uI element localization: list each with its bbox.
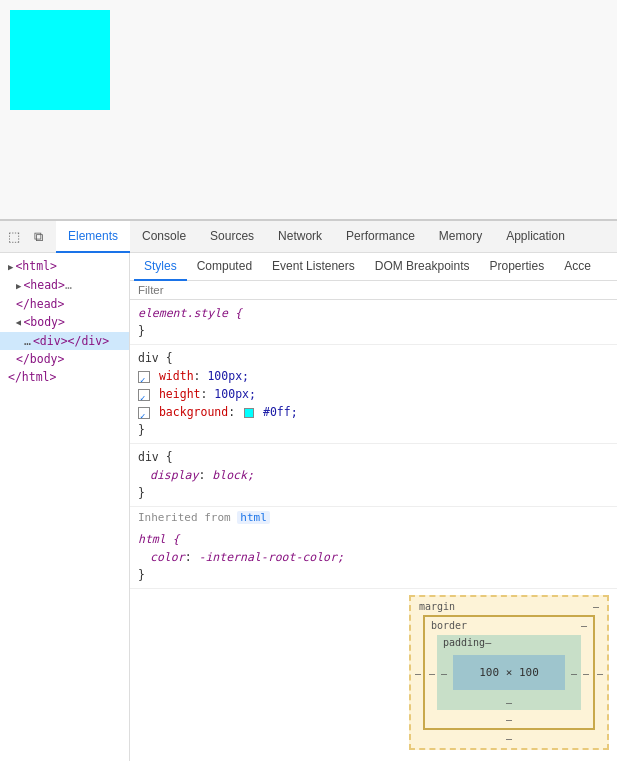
margin-dash-left: – (415, 667, 421, 678)
padding-dash-left: – (441, 667, 447, 678)
box-model: margin – – – – border – – – – (409, 595, 609, 750)
preview-cyan-box (10, 10, 110, 110)
subtab-computed[interactable]: Computed (187, 253, 262, 281)
html-rule-block: html { color: -internal-root-color; } (130, 526, 617, 589)
inspect-icon[interactable]: ⧉ (28, 227, 48, 247)
div-display-selector: div { (138, 448, 609, 466)
subtab-acce[interactable]: Acce (554, 253, 601, 281)
div-prop-width[interactable]: width: 100px; (138, 367, 609, 385)
tab-memory[interactable]: Memory (427, 221, 494, 253)
div-display-close: } (138, 484, 609, 502)
dom-body-close[interactable]: </body> (0, 350, 129, 368)
padding-dash-right: – (571, 667, 577, 678)
element-style-close: } (138, 322, 609, 340)
tab-performance[interactable]: Performance (334, 221, 427, 253)
border-label: border (431, 620, 467, 631)
tab-network[interactable]: Network (266, 221, 334, 253)
subtab-event-listeners[interactable]: Event Listeners (262, 253, 365, 281)
inherited-label: Inherited from html (130, 507, 617, 526)
triangle-html: ▶ (8, 259, 13, 275)
html-close: } (138, 566, 609, 584)
triangle-head: ▶ (16, 278, 21, 294)
dom-body[interactable]: ▼<body> (0, 313, 129, 332)
div-display-prop[interactable]: display: block; (138, 466, 609, 484)
content-area: ▶<html> ▶<head>… </head> ▼<body> …<div><… (0, 253, 617, 761)
tab-sources[interactable]: Sources (198, 221, 266, 253)
div-prop-height[interactable]: height: 100px; (138, 385, 609, 403)
element-style-block: element.style { } (130, 300, 617, 345)
inherited-tag: html (237, 511, 270, 524)
tab-elements[interactable]: Elements (56, 221, 130, 253)
main-tabs-row: ⬚ ⧉ Elements Console Sources Network Per… (0, 221, 617, 253)
sub-tabs-row: Styles Computed Event Listeners DOM Brea… (130, 253, 617, 281)
preview-area (0, 0, 617, 220)
margin-label: margin (419, 601, 455, 612)
div-close: } (138, 421, 609, 439)
element-style-selector: element.style { (138, 304, 609, 322)
content-dimensions: 100 × 100 (479, 666, 539, 679)
background-checkbox[interactable] (138, 407, 150, 419)
border-dash: – (581, 620, 587, 631)
cursor-icon[interactable]: ⬚ (4, 227, 24, 247)
dom-html-close[interactable]: </html> (0, 368, 129, 386)
margin-dash-bottom: – (506, 733, 512, 744)
filter-input[interactable] (138, 284, 609, 296)
dom-html[interactable]: ▶<html> (0, 257, 129, 276)
tab-console[interactable]: Console (130, 221, 198, 253)
color-swatch[interactable] (244, 408, 254, 418)
dom-head-close[interactable]: </head> (0, 295, 129, 313)
right-panel: Styles Computed Event Listeners DOM Brea… (130, 253, 617, 761)
dom-head[interactable]: ▶<head>… (0, 276, 129, 295)
styles-panel: element.style { } div { width: 10 (130, 281, 617, 761)
tab-application[interactable]: Application (494, 221, 577, 253)
devtools-panel: ⬚ ⧉ Elements Console Sources Network Per… (0, 220, 617, 761)
tab-icons: ⬚ ⧉ (4, 227, 48, 247)
width-checkbox[interactable] (138, 371, 150, 383)
height-checkbox[interactable] (138, 389, 150, 401)
div-selector: div { (138, 349, 609, 367)
border-box: border – – – – padding– – – – (423, 615, 595, 730)
border-dash-left: – (429, 667, 435, 678)
filter-bar (130, 281, 617, 300)
content-box: 100 × 100 (453, 655, 565, 690)
triangle-body: ▼ (11, 320, 27, 325)
margin-dash-top-right: – (593, 601, 599, 612)
margin-dash-right: – (597, 667, 603, 678)
subtab-properties[interactable]: Properties (479, 253, 554, 281)
box-model-area: margin – – – – border – – – – (130, 589, 617, 758)
padding-label: padding– (443, 637, 491, 648)
border-dash-bottom: – (506, 714, 512, 725)
padding-box: padding– – – – 100 × 100 (437, 635, 581, 710)
subtab-dom-breakpoints[interactable]: DOM Breakpoints (365, 253, 480, 281)
div-rules-block: div { width: 100px; height: 100px; (130, 345, 617, 444)
border-dash-right: – (583, 667, 589, 678)
html-selector: html { (138, 530, 609, 548)
subtab-styles[interactable]: Styles (134, 253, 187, 281)
html-color-prop[interactable]: color: -internal-root-color; (138, 548, 609, 566)
div-display-block: div { display: block; } (130, 444, 617, 507)
padding-dash-bottom: – (506, 697, 512, 708)
dom-div[interactable]: …<div></div> (0, 332, 129, 350)
div-prop-background[interactable]: background: #0ff; (138, 403, 609, 421)
dom-panel: ▶<html> ▶<head>… </head> ▼<body> …<div><… (0, 253, 130, 761)
